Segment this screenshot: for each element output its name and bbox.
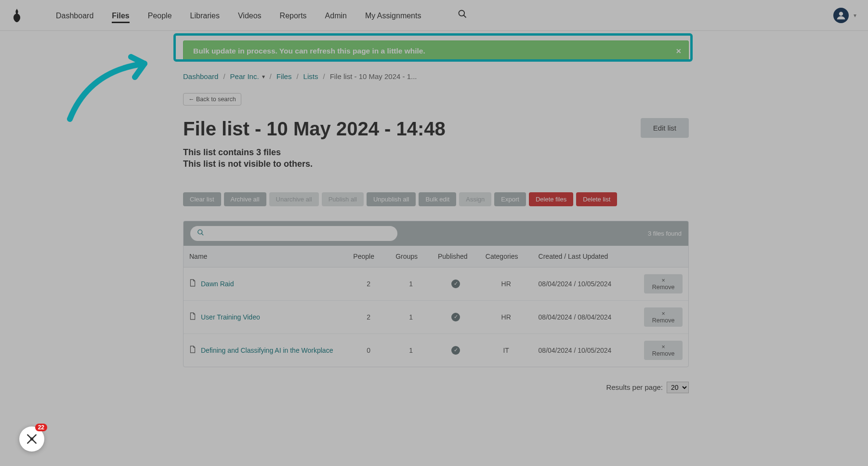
- check-icon: ✓: [451, 280, 460, 288]
- export-button[interactable]: Export: [494, 192, 526, 206]
- cell-people: 2: [347, 267, 390, 300]
- svg-point-0: [459, 11, 465, 16]
- back-to-search-button[interactable]: ← Back to search: [183, 93, 241, 106]
- clear-list-button[interactable]: Clear list: [183, 192, 221, 206]
- file-link[interactable]: Dawn Raid: [201, 280, 234, 288]
- cell-dates: 08/04/2024 / 10/05/2024: [533, 333, 639, 367]
- col-groups: Groups: [390, 246, 432, 267]
- file-icon: [189, 312, 196, 321]
- chat-badge: 22: [35, 424, 47, 431]
- unarchive-all-button: Unarchive all: [269, 192, 319, 206]
- edit-list-button[interactable]: Edit list: [641, 118, 689, 138]
- col-dates: Created / Last Updated: [533, 246, 639, 267]
- user-menu[interactable]: ▾: [833, 8, 856, 23]
- check-icon: ✓: [451, 346, 460, 355]
- breadcrumb-dashboard[interactable]: Dashboard: [183, 72, 218, 80]
- logo-pear-icon: [12, 9, 22, 22]
- cell-published: ✓: [432, 267, 480, 300]
- cell-groups: 1: [390, 267, 432, 300]
- file-icon: [189, 279, 196, 288]
- search-icon[interactable]: [458, 9, 467, 21]
- breadcrumb-sep: /: [223, 72, 225, 80]
- pagination: Results per page: 20: [183, 382, 689, 393]
- file-link[interactable]: User Training Video: [201, 313, 260, 321]
- remove-button[interactable]: × Remove: [644, 341, 683, 360]
- file-link[interactable]: Defining and Classifying AI in the Workp…: [201, 346, 333, 354]
- subtitle-line-2: This list is not visible to others.: [183, 158, 689, 170]
- search-icon: [197, 229, 204, 238]
- bulk-actions: Clear list Archive all Unarchive all Pub…: [183, 192, 689, 206]
- col-published: Published: [432, 246, 480, 267]
- alert-text: Bulk update in process. You can refresh …: [193, 47, 425, 55]
- bulk-edit-button[interactable]: Bulk edit: [419, 192, 456, 206]
- nav-files[interactable]: Files: [112, 3, 129, 28]
- results-per-page-label: Results per page:: [606, 383, 663, 391]
- unpublish-all-button[interactable]: Unpublish all: [367, 192, 416, 206]
- svg-point-2: [839, 12, 843, 15]
- breadcrumb-lists[interactable]: Lists: [303, 72, 318, 80]
- breadcrumb-current: File list - 10 May 2024 - 1...: [330, 72, 417, 80]
- nav-people[interactable]: People: [148, 3, 172, 28]
- results-per-page-select[interactable]: 20: [667, 382, 689, 393]
- cell-people: 0: [347, 333, 390, 367]
- publish-all-button: Publish all: [322, 192, 364, 206]
- svg-point-3: [198, 229, 202, 234]
- breadcrumb-files[interactable]: Files: [276, 72, 292, 80]
- breadcrumb-org[interactable]: Pear Inc.: [230, 72, 259, 80]
- table-searchbar: 3 files found: [184, 221, 688, 246]
- close-icon[interactable]: ✕: [676, 47, 682, 55]
- nav-my-assignments[interactable]: My Assignments: [365, 3, 421, 28]
- cell-dates: 08/04/2024 / 08/04/2024: [533, 300, 639, 333]
- table-search-input[interactable]: [209, 229, 391, 237]
- table-row: Defining and Classifying AI in the Workp…: [184, 333, 688, 367]
- remove-button[interactable]: × Remove: [644, 307, 683, 327]
- breadcrumb-sep: /: [323, 72, 325, 80]
- nav-items: Dashboard Files People Libraries Videos …: [56, 3, 467, 28]
- files-found-label: 3 files found: [648, 230, 682, 237]
- cell-dates: 08/04/2024 / 10/05/2024: [533, 267, 639, 300]
- assign-button: Assign: [459, 192, 491, 206]
- table-row: User Training Video21✓HR08/04/2024 / 08/…: [184, 300, 688, 333]
- alert-container: Bulk update in process. You can refresh …: [183, 40, 689, 62]
- svg-point-5: [30, 438, 34, 441]
- cell-category: HR: [480, 267, 533, 300]
- chevron-down-icon: ▾: [854, 12, 856, 19]
- cell-category: IT: [480, 333, 533, 367]
- breadcrumb: Dashboard / Pear Inc. ▾ / Files / Lists …: [183, 72, 689, 80]
- top-nav: Dashboard Files People Libraries Videos …: [0, 0, 868, 31]
- breadcrumb-sep: /: [270, 72, 272, 80]
- subtitle-line-1: This list contains 3 files: [183, 146, 689, 158]
- nav-videos[interactable]: Videos: [238, 3, 262, 28]
- cell-published: ✓: [432, 333, 480, 367]
- files-table-card: 3 files found Name People Groups Publish…: [183, 221, 689, 367]
- cell-groups: 1: [390, 300, 432, 333]
- page-title: File list - 10 May 2024 - 14:48: [183, 118, 641, 140]
- page-subtitle: This list contains 3 files This list is …: [183, 146, 689, 170]
- chevron-down-icon[interactable]: ▾: [262, 73, 265, 80]
- cell-published: ✓: [432, 300, 480, 333]
- svg-line-4: [201, 233, 203, 235]
- avatar-icon: [833, 8, 849, 23]
- col-people: People: [347, 246, 390, 267]
- archive-all-button[interactable]: Archive all: [224, 192, 266, 206]
- delete-list-button[interactable]: Delete list: [576, 192, 617, 206]
- cell-people: 2: [347, 300, 390, 333]
- files-table: Name People Groups Published Categories …: [184, 246, 688, 367]
- remove-button[interactable]: × Remove: [644, 274, 683, 293]
- table-searchbox[interactable]: [190, 226, 397, 241]
- delete-files-button[interactable]: Delete files: [529, 192, 573, 206]
- chat-widget[interactable]: 22: [19, 426, 44, 452]
- cell-category: HR: [480, 300, 533, 333]
- file-icon: [189, 346, 196, 355]
- nav-admin[interactable]: Admin: [325, 3, 347, 28]
- nav-libraries[interactable]: Libraries: [190, 3, 220, 28]
- svg-line-1: [464, 15, 466, 18]
- success-alert: Bulk update in process. You can refresh …: [183, 40, 689, 62]
- cell-groups: 1: [390, 333, 432, 367]
- breadcrumb-sep: /: [296, 72, 298, 80]
- table-row: Dawn Raid21✓HR08/04/2024 / 10/05/2024× R…: [184, 267, 688, 300]
- check-icon: ✓: [451, 313, 460, 321]
- col-name: Name: [184, 246, 347, 267]
- nav-dashboard[interactable]: Dashboard: [56, 3, 93, 28]
- nav-reports[interactable]: Reports: [280, 3, 307, 28]
